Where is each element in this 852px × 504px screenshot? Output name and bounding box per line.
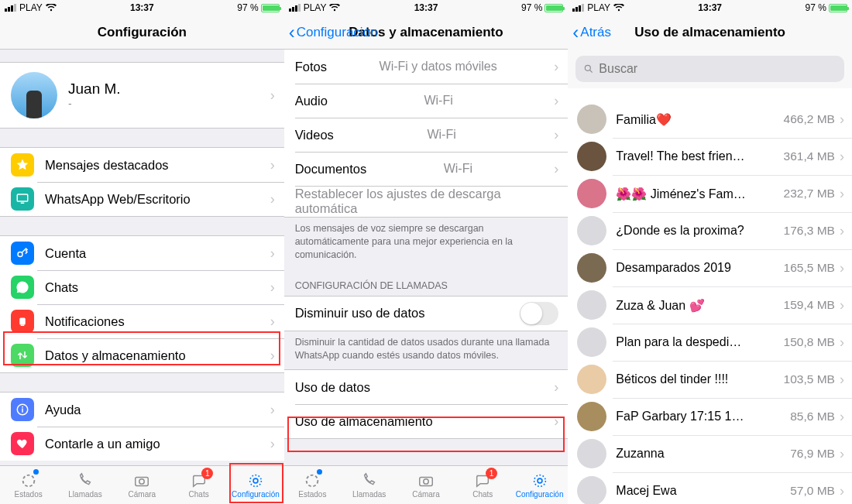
reset-auto-download[interactable]: Restablecer los ajustes de descarga auto…	[284, 186, 569, 217]
svg-rect-6	[22, 409, 23, 413]
tab-chats[interactable]: 1 Chats	[170, 466, 227, 504]
svg-point-15	[424, 478, 428, 483]
back-button[interactable]: ‹ Configuración	[289, 15, 378, 49]
tab-calls[interactable]: Llamadas	[57, 466, 113, 504]
svg-point-18	[586, 65, 591, 70]
tell-friend-row[interactable]: Contarle a un amigo ›	[0, 427, 284, 461]
chevron-right-icon: ›	[838, 223, 844, 239]
badge: 1	[486, 468, 497, 479]
chat-size: 466,2 MB	[784, 112, 838, 126]
lower-data-row[interactable]: Disminuir uso de datos	[284, 297, 569, 331]
label: WhatsApp Web/Escritorio	[45, 192, 191, 207]
audio-row[interactable]: Audio Wi-Fi ›	[284, 84, 569, 118]
heart-icon	[11, 432, 34, 455]
search-bar[interactable]	[575, 56, 844, 82]
chat-name: Zuza & Juan 💕	[616, 298, 704, 313]
storage-list[interactable]: Familia❤️466,2 MB›Travel! The best frien…	[568, 88, 852, 504]
storage-usage-row[interactable]: Uso de almacenamiento ›	[284, 404, 569, 438]
toggle-switch[interactable]	[520, 302, 558, 325]
nav-header: ‹ Atrás Uso de almacenamiento	[568, 15, 852, 50]
chat-name: FaP Garbary 17:15 16/01	[616, 410, 747, 423]
chevron-right-icon: ›	[554, 93, 558, 109]
tab-label: Llamadas	[352, 490, 386, 499]
storage-row[interactable]: Travel! The best friends!361,4 MB›	[568, 138, 852, 175]
chevron-right-icon: ›	[270, 314, 275, 330]
storage-row[interactable]: Zuza & Juan 💕159,4 MB›	[568, 286, 852, 324]
storage-row[interactable]: Plan para la despedida...150,8 MB›	[568, 324, 852, 361]
tab-calls[interactable]: Llamadas	[341, 466, 397, 504]
storage-row[interactable]: ¿Donde es la proxima?176,3 MB›	[568, 212, 852, 249]
label: Notificaciones	[45, 314, 125, 329]
svg-rect-3	[19, 318, 26, 325]
tab-camera[interactable]: Cámara	[114, 466, 170, 504]
chevron-right-icon: ›	[838, 111, 844, 128]
profile-subtitle: -	[68, 98, 121, 110]
chevron-right-icon: ›	[554, 161, 558, 177]
storage-row[interactable]: FaP Garbary 17:15 16/0185,6 MB›	[568, 398, 852, 435]
label: Fotos	[295, 60, 327, 74]
storage-row[interactable]: 🌺🌺 Jiménez's Famil...232,7 MB›	[568, 175, 852, 212]
data-usage-row[interactable]: Uso de datos ›	[284, 370, 569, 404]
chat-size: 176,3 MB	[784, 224, 838, 238]
chat-name: Macej Ewa	[616, 484, 676, 498]
screen-storage-usage: PLAY 13:37 97 % ‹ Atrás Uso de almacenam…	[568, 0, 852, 504]
svg-rect-1	[21, 203, 25, 204]
help-row[interactable]: Ayuda ›	[0, 393, 284, 427]
tab-camera[interactable]: Cámara	[397, 466, 454, 504]
photos-row[interactable]: Fotos Wi-Fi y datos móviles ›	[284, 50, 569, 84]
svg-point-16	[538, 478, 542, 483]
svg-point-8	[22, 475, 34, 486]
clock: 13:37	[284, 2, 569, 13]
chat-name: Familia❤️	[616, 112, 672, 127]
value: Wi-Fi	[444, 162, 477, 176]
storage-row[interactable]: Macej Ewa57,0 MB›	[568, 472, 852, 504]
value: Wi-Fi	[424, 94, 457, 108]
data-storage-row[interactable]: Datos y almacenamiento ›	[0, 338, 284, 372]
nav-header: ‹ Configuración Datos y almacenamiento	[284, 15, 569, 50]
label: Ayuda	[45, 403, 81, 417]
storage-row[interactable]: Familia❤️466,2 MB›	[568, 101, 852, 138]
chat-size: 159,4 MB	[784, 298, 838, 312]
chat-name: Travel! The best friends!	[616, 149, 747, 163]
nav-header: Configuración	[0, 15, 284, 50]
chats-row[interactable]: Chats ›	[0, 270, 284, 304]
chat-size: 165,5 MB	[784, 261, 838, 275]
lower-data-footer: Disminuir la cantidad de datos usados du…	[284, 331, 569, 370]
label: Restablecer los ajustes de descarga auto…	[295, 187, 559, 216]
tab-chats[interactable]: 1 Chats	[455, 466, 511, 504]
videos-row[interactable]: Videos Wi-Fi ›	[284, 118, 569, 152]
auto-download-footer: Los mensajes de voz siempre se descargan…	[284, 218, 569, 269]
svg-rect-4	[21, 325, 25, 327]
bell-icon	[11, 310, 34, 333]
status-bar: PLAY 13:37 97 %	[0, 0, 284, 15]
chat-name: Desamparados 2019	[616, 261, 731, 275]
back-button[interactable]: ‹ Atrás	[572, 15, 611, 50]
storage-row[interactable]: Béticos del tinder !!!!103,5 MB›	[568, 361, 852, 398]
svg-point-13	[307, 475, 318, 486]
whatsapp-web-row[interactable]: WhatsApp Web/Escritorio ›	[0, 182, 284, 216]
tab-settings[interactable]: Configuración	[227, 466, 283, 504]
tab-status[interactable]: Estados	[0, 466, 57, 504]
chat-avatar	[577, 439, 606, 468]
tab-settings[interactable]: Configuración	[511, 466, 568, 504]
tab-label: Cámara	[412, 490, 440, 499]
screen-data-storage: PLAY 13:37 97 % ‹ Configuración Datos y …	[284, 0, 569, 504]
profile-row[interactable]: Juan M. - ›	[0, 62, 284, 129]
notifications-row[interactable]: Notificaciones ›	[0, 304, 284, 338]
page-title: Uso de almacenamiento	[634, 25, 785, 40]
storage-row[interactable]: Desamparados 2019165,5 MB›	[568, 249, 852, 286]
tab-status[interactable]: Estados	[284, 466, 341, 504]
search-input[interactable]	[599, 62, 837, 76]
tab-label: Chats	[189, 490, 209, 499]
chevron-right-icon: ›	[838, 186, 844, 202]
chat-size: 150,8 MB	[784, 335, 838, 349]
account-row[interactable]: Cuenta ›	[0, 236, 284, 270]
storage-row[interactable]: Zuzanna76,9 MB›	[568, 435, 852, 472]
documents-row[interactable]: Documentos Wi-Fi ›	[284, 152, 569, 186]
starred-messages-row[interactable]: Mensajes destacados ›	[0, 148, 284, 182]
chevron-right-icon: ›	[270, 245, 275, 262]
chat-size: 232,7 MB	[784, 187, 838, 201]
label: Uso de almacenamiento	[295, 414, 433, 429]
status-dot-icon	[317, 469, 322, 475]
svg-point-17	[534, 475, 545, 486]
